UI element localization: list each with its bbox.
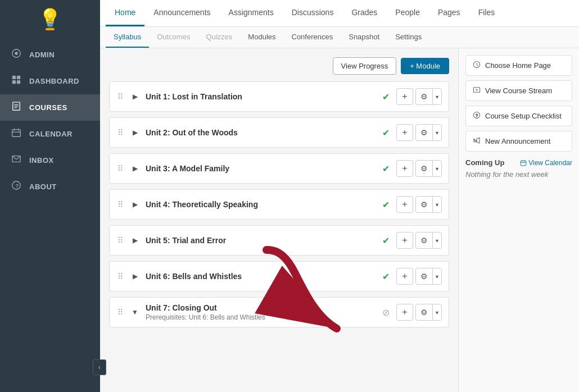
module-header-1: ⠿ ▶ Unit 1: Lost in Translation ✔ + ⚙ ▾	[110, 82, 449, 111]
gear-btn-5[interactable]: ⚙ ▾	[415, 232, 442, 249]
tab-people[interactable]: People	[386, 0, 429, 26]
tab-modules[interactable]: Modules	[240, 27, 283, 48]
tab-pages[interactable]: Pages	[429, 0, 469, 26]
module-header-7: ⠿ ▼ Unit 7: Closing Out Prerequisites: U…	[110, 298, 449, 327]
second-nav: Syllabus Outcomes Quizzes Modules Confer…	[100, 27, 579, 48]
module-header-4: ⠿ ▶ Unit 4: Theoretically Speaking ✔ + ⚙…	[110, 190, 449, 219]
drag-handle-3[interactable]: ⠿	[116, 164, 124, 173]
module-actions-1: + ⚙ ▾	[396, 88, 442, 105]
expand-btn-1[interactable]: ▶	[129, 90, 141, 103]
expand-btn-7[interactable]: ▼	[129, 306, 141, 318]
module-title-5: Unit 5: Trial and Error	[146, 236, 378, 245]
module-header-5: ⠿ ▶ Unit 5: Trial and Error ✔ + ⚙ ▾	[110, 226, 449, 255]
logo-area: 💡	[0, 0, 100, 37]
tab-announcements[interactable]: Announcements	[144, 0, 219, 26]
tab-conferences[interactable]: Conferences	[284, 27, 341, 48]
sidebar-item-about[interactable]: ? ABOUT	[0, 174, 100, 200]
new-announcement-button[interactable]: New Announcement	[465, 131, 572, 152]
drag-handle-7[interactable]: ⠿	[116, 308, 124, 317]
view-course-stream-button[interactable]: View Course Stream	[465, 80, 572, 101]
tab-grades[interactable]: Grades	[342, 0, 386, 26]
gear-icon-7: ⚙	[416, 304, 433, 320]
expand-btn-4[interactable]: ▶	[129, 198, 141, 211]
tab-settings[interactable]: Settings	[387, 27, 429, 48]
sidebar-item-courses[interactable]: COURSES	[0, 94, 100, 121]
sidebar-item-admin[interactable]: ADMIN	[0, 42, 100, 68]
svg-text:?: ?	[16, 183, 19, 189]
view-course-stream-icon	[473, 86, 481, 95]
tab-files[interactable]: Files	[469, 0, 504, 26]
module-title-7: Unit 7: Closing Out	[146, 303, 378, 312]
expand-btn-2[interactable]: ▶	[129, 126, 141, 139]
coming-up-header: Coming Up View Calendar	[465, 158, 572, 167]
drag-handle-2[interactable]: ⠿	[116, 128, 124, 137]
expand-btn-5[interactable]: ▶	[129, 234, 141, 247]
tab-snapshot[interactable]: Snapshot	[341, 27, 387, 48]
sidebar-item-label-dashboard: DASHBOARD	[29, 77, 79, 85]
module-title-2: Unit 2: Out of the Woods	[146, 128, 378, 137]
svg-rect-2	[12, 76, 16, 79]
gear-icon-4: ⚙	[416, 197, 433, 212]
drag-handle-1[interactable]: ⠿	[116, 92, 124, 101]
tab-assignments[interactable]: Assignments	[220, 0, 283, 26]
module-card-4: ⠿ ▶ Unit 4: Theoretically Speaking ✔ + ⚙…	[109, 189, 449, 220]
tab-home[interactable]: Home	[106, 0, 144, 26]
action-bar: View Progress + Module	[109, 57, 449, 75]
add-item-btn-5[interactable]: +	[396, 232, 413, 249]
gear-caret-2: ▾	[433, 130, 441, 136]
svg-rect-5	[17, 80, 20, 84]
course-setup-checklist-label: Course Setup Checklist	[485, 112, 562, 120]
drag-handle-6[interactable]: ⠿	[116, 272, 124, 281]
gear-btn-2[interactable]: ⚙ ▾	[415, 124, 442, 141]
modules-area: View Progress + Module ⠿ ▶ Unit 1: Lost …	[100, 48, 458, 392]
choose-home-page-label: Choose Home Page	[485, 61, 551, 70]
complete-icon-5: ✔	[382, 235, 390, 246]
svg-line-20	[477, 65, 478, 66]
course-setup-checklist-icon: ?	[473, 111, 481, 121]
courses-icon	[10, 101, 22, 114]
view-progress-button[interactable]: View Progress	[333, 57, 397, 75]
sidebar-item-label-admin: ADMIN	[29, 51, 55, 59]
module-header-6: ⠿ ▶ Unit 6: Bells and Whistles ✔ + ⚙ ▾	[110, 262, 449, 291]
gear-btn-6[interactable]: ⚙ ▾	[415, 268, 442, 285]
add-item-btn-7[interactable]: +	[396, 304, 413, 321]
svg-rect-26	[521, 161, 526, 165]
add-item-btn-3[interactable]: +	[396, 160, 413, 177]
sidebar-item-label-calendar: CALENDAR	[29, 130, 73, 138]
expand-btn-3[interactable]: ▶	[129, 162, 141, 175]
new-announcement-label: New Announcement	[485, 137, 550, 145]
coming-up-empty: Nothing for the next week	[465, 170, 572, 179]
add-item-btn-2[interactable]: +	[396, 124, 413, 141]
complete-icon-6: ✔	[382, 271, 390, 282]
locked-icon-7: ⊘	[382, 307, 390, 318]
gear-btn-3[interactable]: ⚙ ▾	[415, 160, 442, 177]
module-card-3: ⠿ ▶ Unit 3: A Model Family ✔ + ⚙ ▾	[109, 153, 449, 184]
sidebar-collapse-button[interactable]: ‹	[93, 359, 106, 375]
view-calendar-link[interactable]: View Calendar	[520, 159, 572, 167]
tab-discussions[interactable]: Discussions	[283, 0, 343, 26]
gear-btn-1[interactable]: ⚙ ▾	[415, 88, 442, 105]
tab-syllabus[interactable]: Syllabus	[106, 27, 149, 48]
gear-btn-7[interactable]: ⚙ ▾	[415, 304, 442, 321]
gear-icon-3: ⚙	[416, 161, 433, 176]
module-actions-3: + ⚙ ▾	[396, 160, 442, 177]
course-setup-checklist-button[interactable]: ? Course Setup Checklist	[465, 106, 572, 126]
add-item-btn-1[interactable]: +	[396, 88, 413, 105]
module-title-1: Unit 1: Lost in Translation	[146, 92, 378, 101]
drag-handle-5[interactable]: ⠿	[116, 236, 124, 245]
add-item-btn-4[interactable]: +	[396, 196, 413, 213]
sidebar-item-dashboard[interactable]: DASHBOARD	[0, 68, 100, 94]
right-sidebar: Choose Home Page View Course Stream ? Co…	[458, 48, 579, 392]
collapse-icon: ‹	[98, 363, 101, 371]
arrow-annotation	[250, 239, 373, 351]
choose-home-page-button[interactable]: Choose Home Page	[465, 55, 572, 76]
add-item-btn-6[interactable]: +	[396, 268, 413, 285]
drag-handle-4[interactable]: ⠿	[116, 200, 124, 209]
expand-btn-6[interactable]: ▶	[129, 270, 141, 282]
view-course-stream-label: View Course Stream	[485, 86, 552, 95]
gear-caret-6: ▾	[433, 274, 441, 280]
sidebar-item-inbox[interactable]: INBOX	[0, 147, 100, 174]
sidebar-item-calendar[interactable]: CALENDAR	[0, 121, 100, 147]
gear-btn-4[interactable]: ⚙ ▾	[415, 196, 442, 213]
add-module-button[interactable]: + Module	[401, 58, 449, 74]
